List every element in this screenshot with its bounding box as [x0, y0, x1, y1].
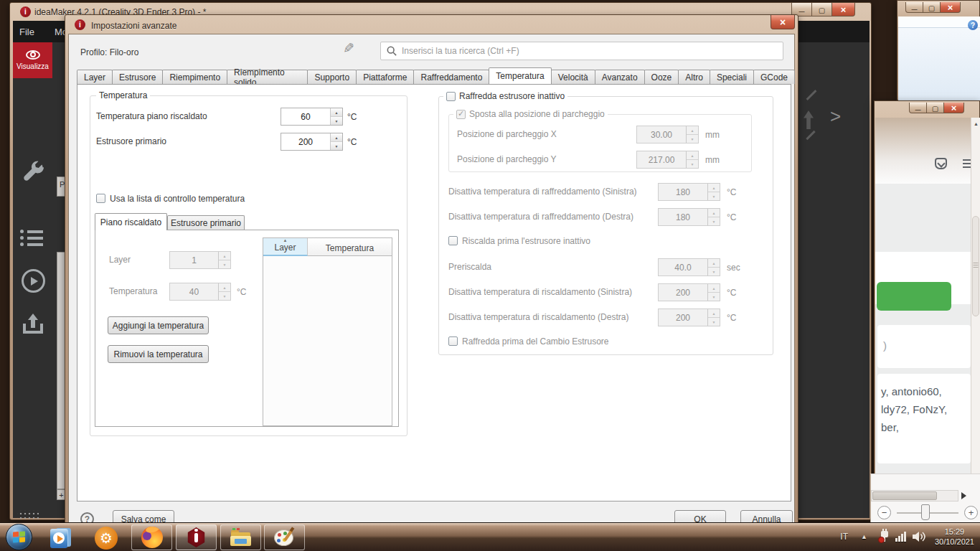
table-header-temperatura[interactable]: Temperatura — [308, 238, 392, 256]
table-header-layer[interactable]: ▲ Layer — [263, 238, 308, 256]
bed-temp-label: Temperatura piano riscaldato — [96, 111, 207, 121]
taskbar-firefox-button[interactable] — [131, 524, 172, 550]
spin-down-icon[interactable] — [331, 117, 342, 125]
scrollbar-thumb[interactable] — [972, 216, 979, 316]
upload-icon[interactable] — [22, 314, 44, 336]
cool-before-swap-label[interactable]: Raffredda prima del Cambio Estrusore — [462, 336, 609, 347]
zoom-in-button[interactable]: + — [964, 506, 978, 519]
table-header-row: ▲ Layer Temperatura — [263, 238, 392, 256]
list-icon[interactable] — [20, 227, 44, 249]
show-hidden-icons-button[interactable]: ▲ — [861, 533, 867, 540]
close-button[interactable] — [943, 103, 964, 113]
tab-speciali[interactable]: Speciali — [710, 70, 754, 84]
tab-estrusore[interactable]: Estrusore — [112, 70, 163, 84]
taskbar-settings-button[interactable]: ⚙ — [90, 526, 122, 550]
play-icon[interactable] — [22, 269, 45, 293]
taskbar-ideamaker-button[interactable] — [176, 524, 217, 550]
bed-temp-unit: °C — [347, 112, 357, 122]
restore-button[interactable] — [923, 2, 941, 13]
spin-up-icon[interactable] — [331, 108, 342, 117]
tab-temperatura[interactable]: Temperatura — [489, 67, 551, 84]
extruder-temp-value[interactable]: 200 — [281, 133, 330, 150]
edit-pencil-icon[interactable]: ✎ — [343, 40, 354, 57]
volume-icon[interactable] — [913, 531, 926, 542]
tab-ooze[interactable]: Ooze — [644, 70, 679, 84]
spinner-buttons — [218, 252, 230, 268]
search-input[interactable] — [402, 46, 777, 56]
park-y-label: Posizione di parcheggio Y — [457, 154, 557, 164]
idle-cooldown-checkbox[interactable] — [446, 92, 456, 101]
tab-avanzato[interactable]: Avanzato — [595, 70, 645, 84]
spin-up-icon — [708, 309, 720, 318]
zoom-slider-handle[interactable] — [921, 504, 930, 520]
tab-layer[interactable]: Layer — [77, 70, 113, 84]
layer-spinner[interactable]: 1 — [169, 251, 231, 269]
remove-temperature-button[interactable]: Rimuovi la temperatura — [108, 345, 209, 363]
menu-file[interactable]: File — [19, 27, 34, 37]
spin-up-icon[interactable] — [331, 133, 342, 142]
scroll-up-icon[interactable]: ▲ — [974, 121, 979, 126]
idle-cooldown-label[interactable]: Raffredda estrusore inattivo — [459, 91, 565, 101]
bed-temp-spinner[interactable]: 60 — [281, 108, 343, 126]
taskbar-explorer-button[interactable] — [220, 524, 261, 550]
card-text: ) — [883, 336, 887, 354]
inner-tab-estrusore-primario[interactable]: Estrusore primario — [167, 215, 245, 230]
tab-riempimento[interactable]: Riempimento — [162, 70, 227, 84]
cool-right-label: Disattiva temperatura di raffreddamento … — [448, 212, 633, 222]
decor-arrow-icon — [804, 110, 814, 129]
pocket-icon[interactable] — [935, 158, 947, 169]
clock[interactable]: 15:29 30/10/2021 — [935, 527, 974, 547]
temp-checklist-label[interactable]: Usa la lista di controllo temperatura — [110, 194, 245, 204]
close-button[interactable] — [940, 2, 961, 13]
maximize-button[interactable] — [811, 3, 832, 17]
taskbar-paint-button[interactable] — [264, 524, 305, 550]
chevron-right-icon[interactable]: > — [830, 105, 841, 128]
spinner-buttons — [218, 283, 230, 300]
bed-temp-value[interactable]: 60 — [281, 108, 330, 125]
tab-raffreddamento[interactable]: Raffreddamento — [413, 70, 489, 84]
dialog-content: Profilo: Filo-oro ✎ Layer Estrusore Riem… — [68, 34, 795, 524]
scroll-right-icon[interactable] — [961, 492, 966, 499]
preheat-unit: sec — [727, 263, 740, 273]
tab-riempimento-solido[interactable]: Riempimento solido — [227, 70, 308, 84]
help-icon[interactable]: ? — [968, 20, 978, 30]
cool-before-swap-checkbox[interactable] — [448, 336, 458, 346]
firefox-window: ) y, antonio60, ldy72, FoNzY, ber, ▲ — [874, 100, 980, 522]
horizontal-scrollbar[interactable] — [871, 490, 958, 501]
park-x-label: Posizione di parcheggio X — [457, 129, 557, 139]
start-button[interactable] — [6, 524, 32, 550]
temp-checklist-checkbox[interactable] — [96, 194, 105, 203]
list-temp-spinner[interactable]: 40 — [169, 283, 231, 301]
preheat-label: Preriscalda — [448, 262, 491, 272]
language-indicator[interactable]: IT — [840, 532, 848, 542]
tab-supporto[interactable]: Supporto — [307, 70, 357, 84]
extruder-temp-spinner[interactable]: 200 — [281, 133, 343, 151]
restore-button[interactable] — [926, 103, 944, 113]
green-action-button[interactable] — [877, 282, 951, 311]
tab-piattaforme[interactable]: Piattaforme — [356, 70, 414, 84]
spinner-buttons[interactable] — [330, 133, 342, 150]
zoom-out-button[interactable]: − — [877, 506, 891, 519]
tab-altro[interactable]: Altro — [678, 70, 710, 84]
browser-scrollbar[interactable]: ▲ — [971, 118, 980, 522]
temperature-list-table[interactable]: ▲ Layer Temperatura — [263, 237, 392, 426]
wrench-icon[interactable] — [20, 159, 46, 185]
keyboard-icon[interactable] — [17, 510, 39, 521]
tab-velocita[interactable]: Velocità — [551, 70, 595, 84]
power-plug-icon[interactable] — [877, 530, 890, 543]
spinner-buttons[interactable] — [330, 108, 342, 125]
minimize-button[interactable] — [909, 103, 927, 113]
minimize-button[interactable] — [905, 2, 923, 13]
preheat-idle-checkbox[interactable] — [448, 236, 458, 245]
preheat-idle-label[interactable]: Riscalda prima l'estrusore inattivo — [462, 236, 590, 246]
close-button[interactable] — [831, 3, 855, 17]
taskbar-mediaplayer-button[interactable] — [45, 526, 77, 550]
inner-tab-piano-riscaldato[interactable]: Piano riscaldato — [95, 213, 167, 230]
dialog-close-button[interactable] — [771, 15, 795, 29]
hscrollbar-thumb[interactable] — [872, 491, 937, 500]
add-temperature-button[interactable]: Aggiungi la temperatura — [108, 316, 209, 334]
tab-gcode[interactable]: GCode — [753, 70, 795, 84]
network-signal-icon[interactable] — [895, 532, 906, 542]
spin-down-icon[interactable] — [331, 142, 342, 150]
visualizza-button[interactable]: Visualizza — [13, 42, 52, 78]
